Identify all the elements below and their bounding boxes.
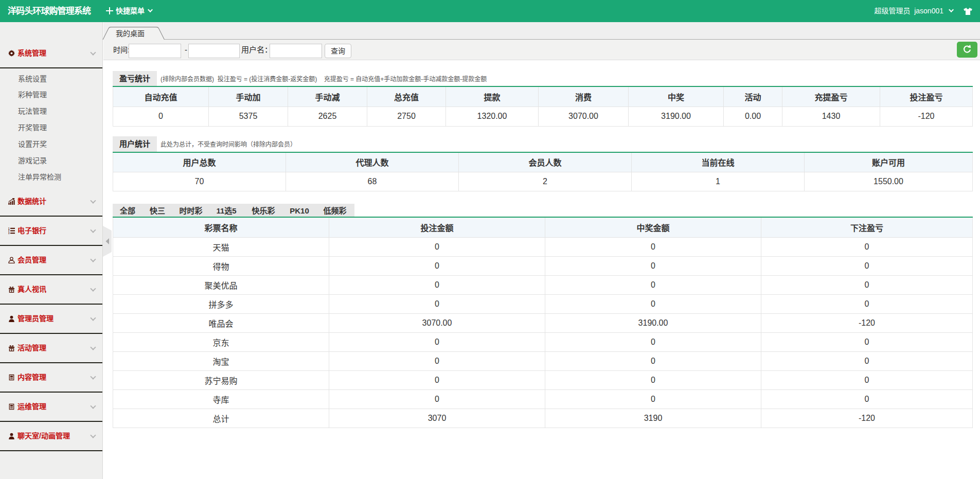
svg-text:我的桌面: 我的桌面 bbox=[116, 29, 145, 38]
svg-text:3: 3 bbox=[8, 232, 10, 234]
